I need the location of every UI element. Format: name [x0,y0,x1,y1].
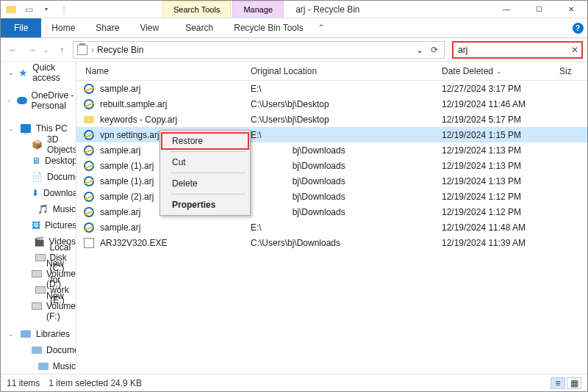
file-date: 12/19/2024 1:12 PM [442,207,574,217]
recycle-bin-tools-tab[interactable]: Recycle Bin Tools [223,18,314,37]
table-row[interactable]: vpn settings.arjE:\12/19/2024 1:15 PM [76,127,587,142]
table-row[interactable]: sample.arjE:\12/27/2024 3:17 PM [76,81,587,96]
sidebar-item[interactable]: ⬇Downloads [1,185,76,201]
file-origin: bj\Downloads [251,192,442,202]
navigation-pane[interactable]: ⌄ ★ Quick access › OneDrive - Personal ⌄… [1,62,76,370]
minimize-button[interactable]: — [490,1,523,18]
qat-dropdown-icon[interactable]: ▾ [39,2,54,17]
column-size[interactable]: Siz [551,66,587,76]
sidebar-onedrive[interactable]: › OneDrive - Personal [1,92,76,109]
chevron-right-icon[interactable]: › [8,97,12,104]
help-icon: ? [573,23,584,34]
refresh-button[interactable]: ⟳ [431,45,441,55]
ribbon-collapse-icon[interactable]: ⌃ [314,18,333,37]
folder-icon [82,113,96,126]
search-input[interactable] [458,45,568,55]
share-tab[interactable]: Share [85,18,129,37]
home-tab[interactable]: Home [41,18,85,37]
sidebar-item[interactable]: Music [1,358,76,370]
breadcrumb-location[interactable]: Recycle Bin [97,45,143,55]
ie-icon [82,98,96,111]
chevron-down-icon[interactable]: ⌄ [8,330,15,338]
folder-icon[interactable] [4,2,18,17]
sidebar-quick-access[interactable]: ⌄ ★ Quick access [1,65,76,81]
sidebar-item[interactable]: Documents [1,342,76,358]
column-date-deleted[interactable]: Date Deleted ⌄ [433,66,551,76]
table-row[interactable]: sample.arjE:\12/19/2024 11:48 AM [76,219,587,235]
ie-icon [82,221,96,234]
sidebar-item[interactable]: 📄Documents [1,169,76,185]
manage-tab[interactable]: Manage [232,1,284,18]
chevron-down-icon[interactable]: ⌄ [8,125,15,132]
drive-icon [32,300,42,312]
forward-button[interactable]: → [24,42,40,58]
context-menu-separator [171,151,245,152]
help-button[interactable]: ? [568,18,587,37]
icons-view-button[interactable]: ▦ [567,377,581,389]
context-menu-properties[interactable]: Properties [162,196,248,214]
history-dropdown-icon[interactable]: ⌄ [43,46,51,54]
column-name[interactable]: Name [76,66,242,76]
sidebar-libraries[interactable]: ⌄ Libraries [1,326,76,342]
sidebar-item-label: Pictures [45,220,76,231]
column-original-location[interactable]: Original Location [242,66,433,76]
exe-icon [82,236,96,250]
sidebar-label: OneDrive - Personal [32,90,76,111]
search-tab[interactable]: Search [175,18,223,37]
column-date-label: Date Deleted [442,66,493,76]
ie-icon [82,175,96,188]
file-name: keywords - Copy.arj [100,115,251,125]
contextual-tabs: Search Tools Manage [162,1,284,18]
table-row[interactable]: rebuilt.sample.arjC:\Users\bj\Desktop12/… [76,96,587,112]
sidebar-item[interactable]: 🎵Music [1,201,76,217]
file-origin: E:\ [251,84,442,94]
table-row[interactable]: sample (1).arj bj\Downloads12/19/2024 1:… [76,158,587,173]
chevron-right-icon[interactable]: › [91,45,94,55]
table-row[interactable]: sample.arj bj\Downloads12/19/2024 1:12 P… [76,204,587,219]
sidebar-item[interactable]: 📦3D Objects [1,137,76,153]
drive-icon [32,268,42,280]
maximize-button[interactable]: ☐ [523,1,555,18]
properties-icon[interactable]: ▭ [21,2,36,17]
status-selection: 1 item selected 24.9 KB [49,378,142,388]
main-area: ⌄ ★ Quick access › OneDrive - Personal ⌄… [1,62,587,370]
file-tab[interactable]: File [1,18,41,37]
context-menu-cut[interactable]: Cut [162,153,248,171]
folder-icon: 🎵 [37,203,49,215]
chevron-down-icon[interactable]: ⌄ [8,69,14,76]
context-menu-delete[interactable]: Delete [162,175,248,192]
search-box[interactable]: ✕ [452,41,583,59]
details-view-button[interactable]: ≡ [551,377,565,389]
file-date: 12/19/2024 1:13 PM [442,145,574,156]
sidebar-item[interactable]: New Volume (F:) [1,298,76,314]
breadcrumb[interactable]: › Recycle Bin ⌄ ⟳ [73,41,445,59]
context-menu-restore[interactable]: Restore [161,132,249,150]
close-button[interactable]: ✕ [555,1,587,18]
context-menu-separator [171,173,245,173]
file-origin: E:\ [251,130,442,140]
back-button[interactable]: ← [5,42,21,58]
ie-icon [82,190,96,203]
file-name: sample.arj [100,84,251,94]
window-controls: — ☐ ✕ [490,1,587,18]
clear-search-icon[interactable]: ✕ [568,45,581,55]
table-row[interactable]: keywords - Copy.arjC:\Users\bj\Desktop12… [76,112,587,127]
view-tab[interactable]: View [129,18,169,37]
file-name: ARJ32V320.EXE [100,238,251,248]
table-row[interactable]: sample.arj bj\Downloads12/19/2024 1:13 P… [76,142,587,158]
up-button[interactable]: ↑ [54,42,70,58]
ie-icon [82,82,96,95]
ie-icon [82,159,96,173]
file-origin: bj\Downloads [251,161,442,171]
table-row[interactable]: sample (2).arj bj\Downloads12/19/2024 1:… [76,189,587,204]
window-title: arj - Recycle Bin [284,1,359,18]
address-dropdown-icon[interactable]: ⌄ [412,45,428,55]
file-rows[interactable]: sample.arjE:\12/27/2024 3:17 PMrebuilt.s… [76,81,587,370]
search-tools-tab[interactable]: Search Tools [162,1,231,18]
file-date: 12/19/2024 1:15 PM [442,130,574,140]
sidebar-item[interactable]: 🖼Pictures [1,217,76,233]
status-bar: 11 items 1 item selected 24.9 KB ≡ ▦ [1,374,587,391]
sidebar-item[interactable]: 🖥Desktop [1,153,76,169]
table-row[interactable]: sample (1).arj bj\Downloads12/19/2024 1:… [76,173,587,189]
table-row[interactable]: ARJ32V320.EXEC:\Users\bj\Downloads12/19/… [76,235,587,250]
